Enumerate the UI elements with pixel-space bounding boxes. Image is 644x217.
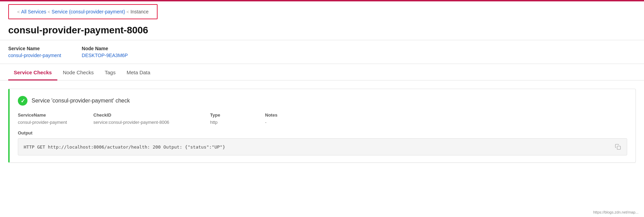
tab-tags[interactable]: Tags [99,65,121,80]
meta-section: Service Name consul-provider-payment Nod… [0,40,644,64]
content-area: Service 'consul-provider-payment' check … [0,80,644,171]
svg-rect-0 [617,146,621,150]
breadcrumb-service-link[interactable]: Service (consul-provider-payment) [51,9,125,14]
page-title: consul-provider-payment-8006 [0,22,644,40]
service-name-label: Service Name [8,46,61,51]
notes-col-value: - [265,120,627,125]
breadcrumb-separator-0: < [17,9,20,14]
check-title: Service 'consul-provider-payment' check [32,98,130,104]
node-name-label: Node Name [82,46,128,51]
top-bar [0,0,644,1]
check-card: Service 'consul-provider-payment' check … [8,89,636,163]
breadcrumb: < All Services < Service (consul-provide… [8,4,158,19]
tabs-container: Service Checks Node Checks Tags Meta Dat… [0,65,644,80]
tab-meta-data[interactable]: Meta Data [121,65,156,80]
service-name-field: Service Name consul-provider-payment [8,46,61,58]
type-col-value: http [210,120,265,125]
check-id-col-value: service:consul-provider-payment-8006 [93,120,210,125]
output-text: HTTP GET http://localhost:8006/actuator/… [24,144,225,150]
check-status-icon [18,96,27,106]
output-label: Output [18,130,627,135]
check-id-col-header: CheckID [93,112,210,120]
service-name-value[interactable]: consul-provider-payment [8,53,61,58]
breadcrumb-current: Instance [130,9,149,14]
node-name-field: Node Name DESKTOP-9EA3M6P [82,46,128,58]
breadcrumb-separator-2: < [126,9,129,14]
copy-icon[interactable] [614,143,621,150]
output-box: HTTP GET http://localhost:8006/actuator/… [18,138,627,155]
check-header: Service 'consul-provider-payment' check [18,96,627,106]
service-name-col-value: consul-provider-payment [18,120,93,125]
node-name-value[interactable]: DESKTOP-9EA3M6P [82,53,128,58]
type-col-header: Type [210,112,265,120]
breadcrumb-separator-1: < [48,9,50,14]
check-fields: ServiceName CheckID Type Notes consul-pr… [18,112,627,125]
output-section: Output HTTP GET http://localhost:8006/ac… [18,130,627,155]
breadcrumb-all-services[interactable]: All Services [21,9,46,14]
tab-node-checks[interactable]: Node Checks [57,65,99,80]
service-name-col-header: ServiceName [18,112,93,120]
notes-col-header: Notes [265,112,627,120]
tab-service-checks[interactable]: Service Checks [8,65,57,80]
